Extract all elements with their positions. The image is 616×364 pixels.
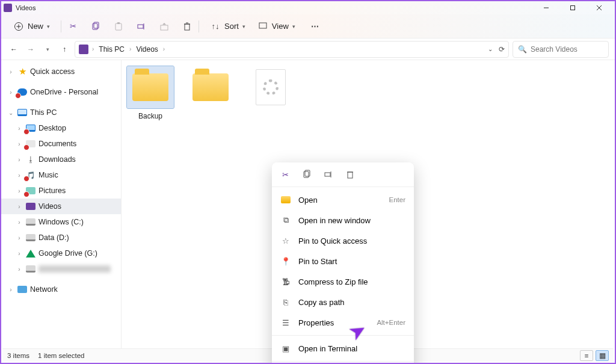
location-icon	[79, 45, 88, 54]
ctx-terminal[interactable]: ▣Open in Terminal	[272, 338, 414, 359]
sidebar-quick-access[interactable]: ›★Quick access	[1, 64, 121, 79]
ctx-open-new-window[interactable]: ⧉Open in new window	[272, 210, 414, 230]
svg-rect-22	[348, 172, 353, 178]
folder-icon	[132, 73, 168, 101]
folder-item-backup[interactable]: Backup	[126, 66, 174, 120]
cloud-icon	[17, 87, 28, 97]
new-window-icon: ⧉	[280, 215, 291, 225]
nav-bar: ← → ▾ ↑ › This PC › Videos › ⌄ ⟳ 🔍	[1, 39, 615, 60]
forward-button[interactable]: →	[24, 43, 37, 56]
context-menu: ✂ OpenEnter ⧉Open in new window ☆Pin to …	[272, 162, 414, 364]
ctx-pin-start[interactable]: 📍Pin to Start	[272, 251, 414, 271]
desktop-icon	[25, 123, 36, 134]
delete-icon[interactable]	[182, 21, 192, 32]
file-item[interactable]	[247, 66, 295, 120]
drive-icon	[25, 232, 36, 243]
up-button[interactable]: ↑	[58, 43, 71, 56]
zip-icon: 🗜	[280, 277, 291, 286]
ctx-open[interactable]: OpenEnter	[272, 190, 414, 210]
rename-icon[interactable]	[136, 21, 147, 32]
sidebar-desktop[interactable]: ›Desktop	[1, 120, 121, 136]
star-outline-icon: ☆	[280, 236, 291, 245]
ctx-compress[interactable]: 🗜Compress to Zip file	[272, 271, 414, 292]
paste-icon[interactable]	[113, 21, 124, 32]
svg-rect-10	[117, 22, 120, 24]
back-button[interactable]: ←	[7, 43, 20, 56]
new-button[interactable]: New ▾	[8, 19, 55, 34]
view-icon	[257, 21, 268, 32]
ctx-delete-icon[interactable]	[344, 168, 356, 180]
share-icon[interactable]	[159, 21, 170, 32]
minimize-button[interactable]	[533, 1, 559, 14]
sidebar-redacted[interactable]: ›	[1, 261, 121, 277]
search-box[interactable]: 🔍	[513, 41, 609, 58]
app-icon	[4, 4, 12, 12]
sidebar-network[interactable]: ›Network	[1, 282, 121, 297]
sort-label: Sort	[224, 22, 239, 31]
ctx-pin-quick[interactable]: ☆Pin to Quick access	[272, 230, 414, 251]
sidebar-google-drive[interactable]: ›Google Drive (G:)	[1, 245, 121, 261]
svg-rect-20	[325, 173, 330, 176]
sidebar-onedrive[interactable]: ›OneDrive - Personal	[1, 84, 121, 100]
content-pane[interactable]: Backup ✂ OpenEnter ⧉Open in new window ☆…	[122, 60, 615, 350]
network-icon	[17, 284, 28, 295]
search-input[interactable]	[531, 45, 616, 54]
plus-icon	[13, 21, 24, 32]
selection-count: 1 item selected	[38, 352, 84, 359]
ctx-rename-icon[interactable]	[322, 168, 334, 180]
breadcrumb-sep: ›	[128, 46, 132, 52]
close-button[interactable]	[586, 1, 612, 14]
ctx-copy-icon[interactable]	[301, 168, 313, 180]
pictures-icon	[25, 185, 36, 196]
breadcrumb-root[interactable]: This PC	[97, 45, 126, 54]
sidebar-videos[interactable]: ›Videos	[1, 199, 121, 214]
svg-rect-9	[116, 23, 122, 30]
title-bar: Videos	[1, 1, 615, 14]
sort-icon: ↑↓	[210, 21, 221, 32]
pc-icon	[17, 107, 28, 118]
item-count: 3 items	[7, 352, 29, 359]
address-bar[interactable]: › This PC › Videos › ⌄ ⟳	[75, 41, 509, 58]
sort-button[interactable]: ↑↓ Sort ▾	[205, 19, 250, 34]
sidebar-this-pc[interactable]: ⌄This PC	[1, 105, 121, 120]
sidebar-windows-c[interactable]: ›Windows (C:)	[1, 214, 121, 230]
svg-rect-14	[185, 24, 189, 30]
ctx-properties[interactable]: ☰PropertiesAlt+Enter	[272, 312, 414, 333]
drive-icon	[25, 264, 36, 274]
chevron-down-icon: ▾	[242, 23, 245, 29]
view-button[interactable]: View ▾	[253, 19, 300, 34]
sidebar-music[interactable]: ›🎵Music	[1, 167, 121, 183]
chevron-down-icon: ▾	[292, 23, 295, 29]
videos-icon	[25, 201, 36, 212]
redacted-label	[38, 265, 111, 273]
svg-rect-11	[138, 25, 143, 28]
more-icon[interactable]: ⋯	[310, 21, 321, 32]
ctx-cut-icon[interactable]: ✂	[279, 168, 291, 180]
addr-dropdown-icon[interactable]: ⌄	[488, 46, 493, 52]
folder-icon	[192, 73, 229, 101]
refresh-icon[interactable]: ⟳	[499, 45, 505, 54]
sidebar-downloads[interactable]: ›⭳Downloads	[1, 152, 121, 167]
breadcrumb-sep: ›	[162, 46, 166, 52]
sidebar-documents[interactable]: ›Documents	[1, 136, 121, 152]
copy-path-icon: ⎘	[280, 298, 291, 307]
copy-icon[interactable]	[90, 21, 101, 32]
details-view-button[interactable]: ≡	[580, 350, 593, 361]
sidebar-pictures[interactable]: ›Pictures	[1, 183, 121, 199]
breadcrumb-current[interactable]: Videos	[135, 45, 159, 54]
recent-button[interactable]: ▾	[41, 43, 54, 56]
folder-item[interactable]	[186, 66, 235, 120]
icons-view-button[interactable]: ▦	[596, 350, 609, 361]
chevron-down-icon: ▾	[47, 23, 50, 29]
ctx-copy-path[interactable]: ⎘Copy as path	[272, 292, 414, 312]
svg-rect-1	[571, 6, 575, 10]
svg-rect-17	[259, 23, 266, 28]
sidebar-data-d[interactable]: ›Data (D:)	[1, 230, 121, 245]
maximize-button[interactable]	[559, 1, 586, 14]
downloads-icon: ⭳	[25, 154, 36, 165]
view-label: View	[272, 22, 289, 31]
cut-icon[interactable]: ✂	[67, 21, 78, 32]
pin-icon: 📍	[280, 257, 291, 266]
svg-rect-13	[161, 25, 168, 30]
documents-icon	[25, 138, 36, 149]
